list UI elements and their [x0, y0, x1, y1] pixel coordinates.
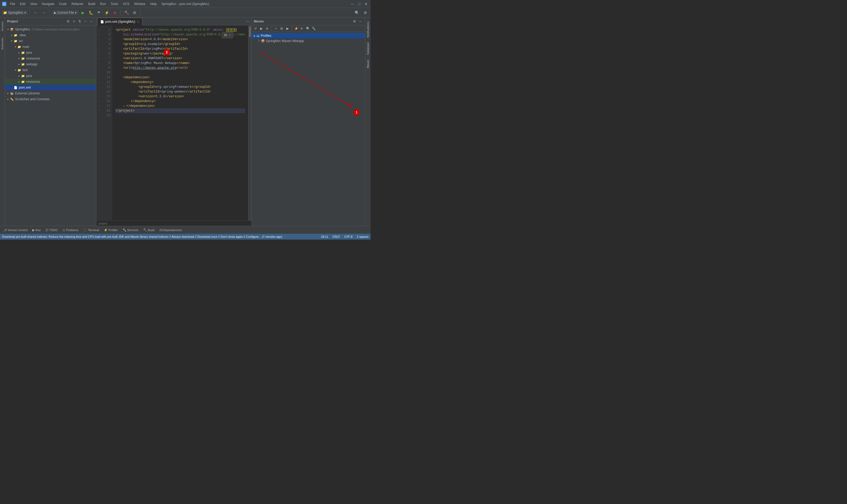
maven-wrench-button[interactable]: 🔧: [311, 26, 316, 31]
maven-side-tab[interactable]: Maven: [365, 57, 370, 70]
menu-view[interactable]: View: [28, 2, 39, 6]
panel-gear-button[interactable]: ⋯: [83, 19, 88, 24]
panel-close-button[interactable]: ─: [89, 19, 94, 24]
code-line-19: [116, 113, 245, 118]
tooltip-close-button[interactable]: ✕: [228, 34, 231, 37]
run-button[interactable]: ▶: [79, 9, 87, 16]
tree-label-ext-libs: External Libraries: [15, 91, 40, 95]
maven-filter-button[interactable]: ⫸: [299, 26, 305, 31]
database-tab[interactable]: Database: [365, 40, 370, 57]
tree-item-test-java[interactable]: ▸ 📁 java: [5, 73, 96, 79]
menu-vcs[interactable]: VCS: [121, 2, 132, 6]
structure-tab[interactable]: Structure: [0, 19, 5, 34]
tree-item-main[interactable]: ▾ 📁 main: [5, 44, 96, 50]
nav-section: ← →: [32, 9, 47, 16]
run-config-icon: ▶: [54, 11, 56, 15]
maven-profiles-item[interactable]: ▸ 🗂 Profiles: [252, 33, 365, 38]
maximize-button[interactable]: □: [357, 2, 362, 6]
menu-file[interactable]: File: [8, 2, 17, 6]
menu-refactor[interactable]: Refactor: [69, 2, 86, 6]
maven-add-button[interactable]: +: [273, 26, 278, 31]
tab-actions-button[interactable]: ⋯: [245, 19, 250, 24]
menu-run[interactable]: Run: [98, 2, 108, 6]
status-charset[interactable]: UTF-8: [344, 235, 352, 238]
status-bar: Download pre-built shared indexes: Reduc…: [0, 234, 370, 239]
tab-close-button[interactable]: ✕: [136, 20, 139, 23]
build-all-button[interactable]: ⚙: [131, 9, 138, 16]
tab-build[interactable]: 🔨 Build: [141, 228, 156, 233]
panel-sort-button[interactable]: ⇅: [77, 19, 82, 24]
tab-version-control[interactable]: ⎇ Version Control: [1, 228, 30, 233]
tree-item-test-resources[interactable]: ▸ 📁 resources: [5, 79, 96, 85]
title-bar: IJ File Edit View Navigate Code Refactor…: [0, 0, 370, 8]
tree-item-ext-libs[interactable]: ▸ 📚 External Libraries: [5, 90, 96, 96]
warning-icon: ⚠: [123, 104, 126, 107]
tree-root-springmvc[interactable]: ▾ 📦 SpringMvc D:\Maven-workspace-idea\Sp…: [5, 26, 96, 32]
code-editor[interactable]: <project xmlns="http://maven.apache.org/…: [112, 25, 248, 220]
menu-edit[interactable]: Edit: [18, 2, 28, 6]
stop-button[interactable]: ■: [111, 9, 118, 16]
code-line-18: </project>: [116, 108, 245, 113]
tab-problems[interactable]: ⚠ Problems: [60, 228, 81, 233]
maven-toggle-button[interactable]: ⊘: [264, 26, 270, 31]
tree-item-idea[interactable]: ▸ 📁 .idea: [5, 32, 96, 38]
problems-icon: ⚠: [63, 228, 65, 232]
search-everywhere-button[interactable]: 🔍: [353, 9, 361, 16]
tree-item-java[interactable]: ▸ 📁 java: [5, 50, 96, 56]
tree-item-webapp[interactable]: ▸ 📁 webapp: [5, 61, 96, 67]
maven-execute-button[interactable]: ▶: [259, 26, 264, 31]
status-position[interactable]: 18:11: [321, 235, 328, 238]
terminal-icon: ⬛: [83, 228, 87, 232]
tree-arrow-root: ▾: [6, 28, 10, 31]
app-icon: IJ: [2, 2, 6, 6]
maven-find-button[interactable]: 🔍: [305, 26, 310, 31]
minimize-button[interactable]: ─: [350, 2, 355, 6]
menu-window[interactable]: Window: [132, 2, 148, 6]
maven-settings-button[interactable]: ⚙: [352, 19, 357, 24]
tab-run[interactable]: ▶ Run: [30, 228, 43, 233]
project-selector[interactable]: 📁 SpringMvc ▾: [2, 10, 28, 15]
maven-minimize-button[interactable]: ─: [358, 19, 363, 24]
run-configuration[interactable]: ▶ Current File ▾: [52, 10, 79, 15]
tab-dependencies[interactable]: 🗃 Dependencies: [157, 228, 184, 233]
notifications-tab[interactable]: Notifications: [365, 20, 370, 40]
coverage-button[interactable]: ☂: [95, 9, 102, 16]
tab-pom-xml[interactable]: 📄 pom.xml (SpringMvc) ✕: [98, 18, 142, 25]
debug-button[interactable]: 🐛: [87, 9, 94, 16]
panel-settings-button[interactable]: ⚙: [65, 19, 71, 24]
tree-item-src[interactable]: ▾ 📁 src: [5, 38, 96, 44]
menu-navigate[interactable]: Navigate: [40, 2, 56, 6]
back-button[interactable]: ←: [32, 9, 39, 16]
maven-generate-button[interactable]: ⚡: [294, 26, 299, 31]
maven-run-before-button[interactable]: ⊞: [279, 26, 284, 31]
panel-expand-button[interactable]: ≡: [71, 19, 76, 24]
tab-todo[interactable]: ☑ TODO: [44, 228, 60, 233]
status-indent[interactable]: 2 spaces: [357, 235, 368, 238]
maven-run-button[interactable]: ▶: [285, 26, 290, 31]
bookmarks-tab[interactable]: Bookmarks: [0, 35, 5, 51]
tree-item-pom[interactable]: ▸ 📄 pom.xml: [5, 85, 96, 90]
line-numbers: 1 2 3 4 5 6 7 8 9 10 11 12 13 14 15 16 1…: [102, 25, 112, 220]
close-button[interactable]: ✕: [364, 2, 368, 6]
tab-services[interactable]: 🔧 Services: [120, 228, 141, 233]
menu-tools[interactable]: Tools: [108, 2, 120, 6]
profile-button[interactable]: ⚡: [103, 9, 110, 16]
tab-build-label: Build: [148, 229, 154, 232]
tree-item-test[interactable]: ▾ 📁 test: [5, 67, 96, 73]
menu-build[interactable]: Build: [86, 2, 98, 6]
menu-help[interactable]: Help: [148, 2, 159, 6]
build-project-button[interactable]: 🔨: [123, 9, 130, 16]
tree-item-resources[interactable]: ▸ 📁 resources: [5, 56, 96, 61]
settings-button[interactable]: ⚙: [362, 9, 369, 16]
tree-item-scratches[interactable]: ▸ ✏️ Scratches and Consoles: [5, 96, 96, 102]
code-line-6: <packaging>war</packaging>: [116, 51, 245, 56]
maven-project-item[interactable]: └ 📦 SpringMvc Maven Webapp: [252, 38, 365, 43]
forward-button[interactable]: →: [40, 9, 47, 16]
status-encoding[interactable]: CRLF: [332, 235, 340, 238]
menu-code[interactable]: Code: [57, 2, 69, 6]
maven-panel-header: Maven ⚙ ─: [252, 17, 365, 25]
tab-terminal[interactable]: ⬛ Terminal: [81, 228, 101, 233]
editor-scrollbar[interactable]: [248, 25, 252, 220]
tab-profiler[interactable]: ⚡ Profiler: [102, 228, 120, 233]
maven-reload-button[interactable]: ↺: [253, 26, 258, 31]
